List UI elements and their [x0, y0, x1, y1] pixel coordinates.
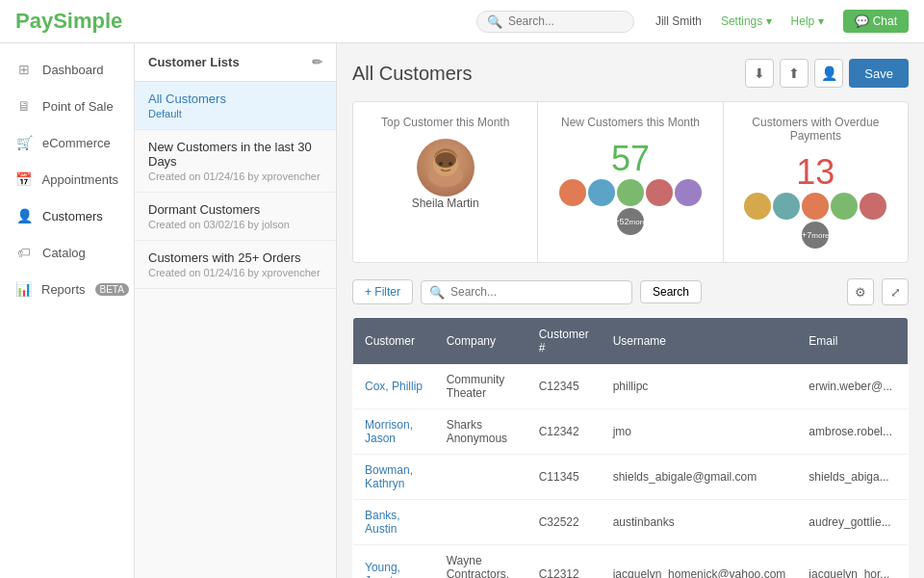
- avatar: [646, 179, 673, 206]
- avatar: [675, 179, 702, 206]
- list-item-new30[interactable]: New Customers in the last 30 Days Create…: [135, 130, 336, 193]
- table-search-input[interactable]: [450, 285, 624, 299]
- table-row: Young, Janet Wayne Contractors, Inc. C12…: [353, 545, 909, 579]
- sidebar-item-label: Reports: [41, 282, 86, 297]
- stat-new-customers-title: New Customers this Month: [553, 116, 706, 129]
- sidebar-item-reports[interactable]: 📊 Reports BETA: [0, 271, 134, 307]
- stat-overdue: Customers with Overdue Payments 13 +7 mo…: [724, 102, 908, 262]
- sidebar-item-catalog[interactable]: 🏷 Catalog: [0, 234, 134, 271]
- table-row: Bowman, Kathryn C11345 shields_abigale@g…: [353, 455, 909, 500]
- cell-customer-num: C12345: [527, 364, 602, 409]
- svg-point-5: [439, 162, 443, 166]
- settings-button[interactable]: ⚙: [847, 278, 874, 305]
- sidebar-item-label: eCommerce: [42, 136, 111, 150]
- pos-icon: 🖥: [15, 97, 33, 115]
- main-layout: ⊞ Dashboard 🖥 Point of Sale 🛒 eCommerce …: [0, 43, 924, 578]
- stat-overdue-content: 13 +7 more: [739, 152, 892, 249]
- cell-username: austinbanks: [602, 500, 798, 545]
- col-company: Company: [435, 318, 527, 365]
- svg-point-4: [435, 152, 456, 168]
- cell-customer-num: C32522: [527, 500, 602, 545]
- list-item-25plus[interactable]: Customers with 25+ Orders Created on 01/…: [135, 241, 336, 289]
- cell-username: jacquelyn_homenick@yahoo.com: [602, 545, 798, 579]
- cell-customer[interactable]: Morrison, Jason: [353, 409, 435, 455]
- top-customer-name: Sheila Martin: [412, 197, 479, 210]
- stat-overdue-title: Customers with Overdue Payments: [739, 116, 892, 143]
- list-item-dormant[interactable]: Dormant Customers Created on 03/02/16 by…: [135, 193, 336, 241]
- cell-customer-num: C12312: [527, 545, 602, 579]
- avatar: [773, 193, 800, 220]
- cell-customer[interactable]: Bowman, Kathryn: [353, 455, 435, 500]
- chat-button[interactable]: 💬 Chat: [843, 10, 909, 33]
- filter-button[interactable]: Filter: [352, 279, 413, 304]
- reports-icon: 📊: [15, 280, 32, 298]
- avatar: [744, 193, 771, 220]
- sidebar-item-label: Catalog: [42, 246, 86, 260]
- main-content: All Customers ⬇ ⬆ 👤 Save Top Customer th…: [337, 43, 924, 578]
- stat-top-customer-title: Top Customer this Month: [369, 116, 522, 129]
- sidebar-item-appointments[interactable]: 📅 Appointments: [0, 161, 134, 197]
- stat-overdue-count: 13: [796, 152, 834, 193]
- list-item-meta: Created on 03/02/16 by jolson: [148, 219, 322, 230]
- sidebar-item-pos[interactable]: 🖥 Point of Sale: [0, 88, 134, 124]
- list-item-title: Customers with 25+ Orders: [148, 250, 322, 265]
- customers-table: Customer Company Customer # Username Ema…: [352, 317, 909, 578]
- avatar: [559, 179, 586, 206]
- cell-email: shields_abiga...: [797, 455, 908, 500]
- save-button[interactable]: Save: [849, 59, 909, 88]
- cell-company: [435, 500, 527, 545]
- overdue-avatars: +7 more: [739, 193, 892, 249]
- list-item-title: All Customers: [148, 92, 322, 106]
- reports-badge: BETA: [95, 283, 129, 296]
- sidebar-item-label: Point of Sale: [42, 99, 114, 114]
- catalog-icon: 🏷: [15, 244, 33, 261]
- user-name: Jill Smith: [655, 14, 702, 28]
- search-icon: 🔍: [429, 285, 445, 300]
- stat-new-customers-content: 57 +52 more: [553, 139, 706, 235]
- sidebar-item-customers[interactable]: 👤 Customers: [0, 197, 134, 234]
- col-username: Username: [602, 318, 798, 365]
- stat-top-customer: Top Customer this Month: [353, 102, 538, 262]
- table-header-row: Customer Company Customer # Username Ema…: [353, 318, 909, 365]
- edit-icon[interactable]: ✏: [312, 55, 322, 69]
- sidebar-item-ecommerce[interactable]: 🛒 eCommerce: [0, 124, 134, 161]
- cell-customer[interactable]: Young, Janet: [353, 545, 435, 579]
- table-row: Morrison, Jason Sharks Anonymous C12342 …: [353, 409, 909, 455]
- cell-company: Sharks Anonymous: [435, 409, 527, 455]
- sidebar: ⊞ Dashboard 🖥 Point of Sale 🛒 eCommerce …: [0, 43, 135, 578]
- cell-username: shields_abigale@gmail.com: [602, 455, 798, 500]
- global-search-input[interactable]: [508, 14, 624, 28]
- logo-pay: Pay: [15, 9, 53, 33]
- new-customers-avatars: +52 more: [553, 179, 706, 235]
- stat-new-customers: New Customers this Month 57 +52 more: [538, 102, 723, 262]
- customer-lists-panel: Customer Lists ✏ All Customers Default N…: [135, 43, 337, 578]
- person-icon-button[interactable]: 👤: [814, 59, 843, 88]
- sidebar-item-label: Appointments: [42, 172, 119, 187]
- cell-username: phillipc: [602, 364, 798, 409]
- global-search[interactable]: 🔍: [476, 11, 634, 33]
- download-button[interactable]: ⬇: [745, 59, 774, 88]
- cell-customer-num: C11345: [527, 455, 602, 500]
- cell-customer[interactable]: Cox, Phillip: [353, 364, 435, 409]
- list-item-all[interactable]: All Customers Default: [135, 82, 336, 130]
- cell-email: audrey_gottlie...: [797, 500, 908, 545]
- search-go-button[interactable]: Search: [640, 280, 702, 303]
- list-item-title: Dormant Customers: [148, 202, 322, 217]
- sidebar-item-label: Customers: [42, 209, 103, 223]
- overdue-more-badge: +7 more: [802, 222, 829, 249]
- settings-menu[interactable]: Settings: [721, 14, 772, 28]
- appointments-icon: 📅: [15, 171, 33, 188]
- dashboard-icon: ⊞: [15, 61, 33, 78]
- stats-row: Top Customer this Month: [352, 101, 909, 263]
- chat-icon: 💬: [855, 14, 869, 28]
- ecommerce-icon: 🛒: [15, 134, 33, 151]
- expand-button[interactable]: ⤢: [882, 278, 909, 305]
- sidebar-item-dashboard[interactable]: ⊞ Dashboard: [0, 51, 134, 88]
- cell-customer[interactable]: Banks, Austin: [353, 500, 435, 545]
- upload-button[interactable]: ⬆: [780, 59, 808, 88]
- help-menu[interactable]: Help: [791, 14, 824, 28]
- svg-point-6: [449, 162, 452, 166]
- page-title: All Customers: [352, 63, 472, 85]
- table-search[interactable]: 🔍: [421, 280, 632, 304]
- col-customer-num: Customer #: [527, 318, 602, 365]
